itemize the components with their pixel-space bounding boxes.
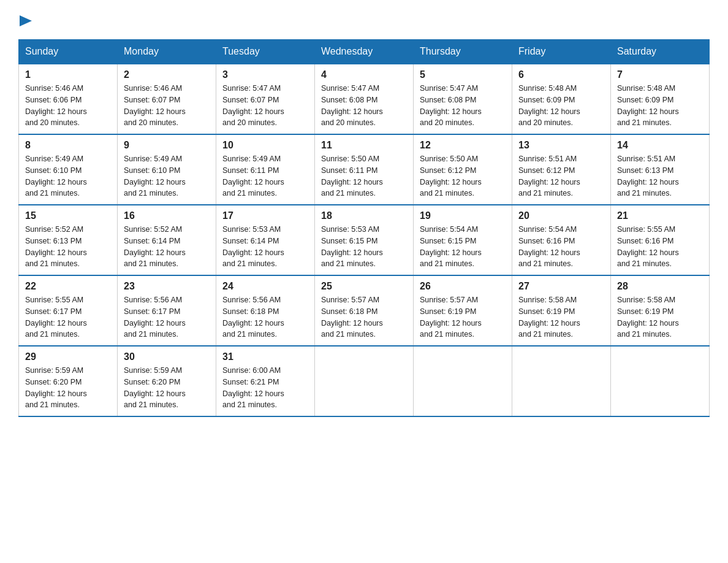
day-number: 31	[222, 351, 308, 362]
calendar-week-row: 8 Sunrise: 5:49 AMSunset: 6:10 PMDayligh…	[19, 134, 710, 205]
day-number: 12	[420, 140, 506, 151]
calendar-week-row: 29 Sunrise: 5:59 AMSunset: 6:20 PMDaylig…	[19, 346, 710, 416]
day-number: 28	[617, 281, 703, 292]
day-number: 6	[518, 69, 604, 80]
column-header-friday: Friday	[512, 40, 611, 64]
day-info: Sunrise: 5:48 AMSunset: 6:09 PMDaylight:…	[617, 84, 679, 127]
day-info: Sunrise: 5:49 AMSunset: 6:10 PMDaylight:…	[124, 155, 186, 197]
day-number: 11	[321, 140, 407, 151]
calendar-cell: 30 Sunrise: 5:59 AMSunset: 6:20 PMDaylig…	[118, 346, 216, 416]
day-number: 21	[617, 210, 703, 221]
day-number: 19	[420, 210, 506, 221]
day-info: Sunrise: 5:54 AMSunset: 6:15 PMDaylight:…	[420, 225, 482, 268]
column-header-thursday: Thursday	[414, 40, 512, 64]
day-info: Sunrise: 5:52 AMSunset: 6:14 PMDaylight:…	[124, 225, 186, 268]
calendar-cell: 17 Sunrise: 5:53 AMSunset: 6:14 PMDaylig…	[216, 205, 315, 275]
day-number: 30	[124, 351, 210, 362]
svg-marker-0	[20, 15, 32, 26]
day-info: Sunrise: 5:47 AMSunset: 6:07 PMDaylight:…	[222, 84, 284, 127]
calendar-week-row: 1 Sunrise: 5:46 AMSunset: 6:06 PMDayligh…	[19, 64, 710, 134]
calendar-week-row: 22 Sunrise: 5:55 AMSunset: 6:17 PMDaylig…	[19, 275, 710, 346]
calendar-cell: 27 Sunrise: 5:58 AMSunset: 6:19 PMDaylig…	[512, 275, 611, 346]
calendar-cell: 20 Sunrise: 5:54 AMSunset: 6:16 PMDaylig…	[512, 205, 611, 275]
day-number: 1	[25, 69, 111, 80]
calendar-cell: 12 Sunrise: 5:50 AMSunset: 6:12 PMDaylig…	[414, 134, 512, 205]
day-info: Sunrise: 5:46 AMSunset: 6:06 PMDaylight:…	[25, 84, 87, 127]
day-number: 15	[25, 210, 111, 221]
day-info: Sunrise: 5:49 AMSunset: 6:10 PMDaylight:…	[25, 155, 87, 197]
calendar-cell: 11 Sunrise: 5:50 AMSunset: 6:11 PMDaylig…	[315, 134, 414, 205]
day-info: Sunrise: 5:50 AMSunset: 6:12 PMDaylight:…	[420, 155, 482, 197]
calendar-cell: 24 Sunrise: 5:56 AMSunset: 6:18 PMDaylig…	[216, 275, 315, 346]
day-number: 5	[420, 69, 506, 80]
day-info: Sunrise: 5:48 AMSunset: 6:09 PMDaylight:…	[518, 84, 580, 127]
column-header-sunday: Sunday	[19, 40, 118, 64]
day-info: Sunrise: 5:47 AMSunset: 6:08 PMDaylight:…	[321, 84, 383, 127]
calendar-cell: 6 Sunrise: 5:48 AMSunset: 6:09 PMDayligh…	[512, 64, 611, 134]
day-info: Sunrise: 5:59 AMSunset: 6:20 PMDaylight:…	[25, 366, 87, 409]
day-info: Sunrise: 5:56 AMSunset: 6:18 PMDaylight:…	[222, 296, 284, 339]
day-number: 22	[25, 281, 111, 292]
day-number: 3	[222, 69, 308, 80]
day-info: Sunrise: 5:52 AMSunset: 6:13 PMDaylight:…	[25, 225, 87, 268]
day-info: Sunrise: 5:58 AMSunset: 6:19 PMDaylight:…	[518, 296, 580, 339]
day-number: 17	[222, 210, 308, 221]
day-info: Sunrise: 5:57 AMSunset: 6:18 PMDaylight:…	[321, 296, 383, 339]
day-info: Sunrise: 5:47 AMSunset: 6:08 PMDaylight:…	[420, 84, 482, 127]
column-header-wednesday: Wednesday	[315, 40, 414, 64]
day-info: Sunrise: 5:50 AMSunset: 6:11 PMDaylight:…	[321, 155, 383, 197]
calendar-week-row: 15 Sunrise: 5:52 AMSunset: 6:13 PMDaylig…	[19, 205, 710, 275]
calendar-cell: 21 Sunrise: 5:55 AMSunset: 6:16 PMDaylig…	[611, 205, 710, 275]
day-info: Sunrise: 5:49 AMSunset: 6:11 PMDaylight:…	[222, 155, 284, 197]
day-info: Sunrise: 5:59 AMSunset: 6:20 PMDaylight:…	[124, 366, 186, 409]
calendar-cell: 22 Sunrise: 5:55 AMSunset: 6:17 PMDaylig…	[19, 275, 118, 346]
logo-arrow-icon	[20, 12, 37, 29]
calendar-cell: 18 Sunrise: 5:53 AMSunset: 6:15 PMDaylig…	[315, 205, 414, 275]
day-info: Sunrise: 5:53 AMSunset: 6:14 PMDaylight:…	[222, 225, 284, 268]
day-number: 13	[518, 140, 604, 151]
day-number: 20	[518, 210, 604, 221]
column-header-monday: Monday	[118, 40, 216, 64]
day-info: Sunrise: 5:55 AMSunset: 6:16 PMDaylight:…	[617, 225, 679, 268]
day-number: 2	[124, 69, 210, 80]
calendar-header-row: SundayMondayTuesdayWednesdayThursdayFrid…	[19, 40, 710, 64]
day-number: 10	[222, 140, 308, 151]
calendar-cell	[315, 346, 414, 416]
calendar-cell: 16 Sunrise: 5:52 AMSunset: 6:14 PMDaylig…	[118, 205, 216, 275]
column-header-saturday: Saturday	[611, 40, 710, 64]
day-number: 8	[25, 140, 111, 151]
calendar-cell: 8 Sunrise: 5:49 AMSunset: 6:10 PMDayligh…	[19, 134, 118, 205]
day-number: 29	[25, 351, 111, 362]
calendar-cell: 25 Sunrise: 5:57 AMSunset: 6:18 PMDaylig…	[315, 275, 414, 346]
day-info: Sunrise: 5:51 AMSunset: 6:13 PMDaylight:…	[617, 155, 679, 197]
day-info: Sunrise: 5:56 AMSunset: 6:17 PMDaylight:…	[124, 296, 186, 339]
calendar-cell: 28 Sunrise: 5:58 AMSunset: 6:19 PMDaylig…	[611, 275, 710, 346]
calendar-table: SundayMondayTuesdayWednesdayThursdayFrid…	[18, 39, 710, 417]
day-info: Sunrise: 5:54 AMSunset: 6:16 PMDaylight:…	[518, 225, 580, 268]
calendar-cell: 9 Sunrise: 5:49 AMSunset: 6:10 PMDayligh…	[118, 134, 216, 205]
calendar-cell: 14 Sunrise: 5:51 AMSunset: 6:13 PMDaylig…	[611, 134, 710, 205]
day-number: 25	[321, 281, 407, 292]
day-number: 24	[222, 281, 308, 292]
day-number: 7	[617, 69, 703, 80]
day-info: Sunrise: 5:58 AMSunset: 6:19 PMDaylight:…	[617, 296, 679, 339]
day-number: 27	[518, 281, 604, 292]
calendar-cell: 5 Sunrise: 5:47 AMSunset: 6:08 PMDayligh…	[414, 64, 512, 134]
day-info: Sunrise: 6:00 AMSunset: 6:21 PMDaylight:…	[222, 366, 284, 409]
calendar-cell: 3 Sunrise: 5:47 AMSunset: 6:07 PMDayligh…	[216, 64, 315, 134]
day-info: Sunrise: 5:46 AMSunset: 6:07 PMDaylight:…	[124, 84, 186, 127]
calendar-cell: 29 Sunrise: 5:59 AMSunset: 6:20 PMDaylig…	[19, 346, 118, 416]
day-number: 26	[420, 281, 506, 292]
calendar-cell: 15 Sunrise: 5:52 AMSunset: 6:13 PMDaylig…	[19, 205, 118, 275]
calendar-cell: 31 Sunrise: 6:00 AMSunset: 6:21 PMDaylig…	[216, 346, 315, 416]
column-header-tuesday: Tuesday	[216, 40, 315, 64]
header	[18, 12, 710, 28]
day-number: 18	[321, 210, 407, 221]
calendar-cell	[512, 346, 611, 416]
logo	[18, 12, 37, 28]
calendar-cell: 19 Sunrise: 5:54 AMSunset: 6:15 PMDaylig…	[414, 205, 512, 275]
day-info: Sunrise: 5:53 AMSunset: 6:15 PMDaylight:…	[321, 225, 383, 268]
calendar-cell: 2 Sunrise: 5:46 AMSunset: 6:07 PMDayligh…	[118, 64, 216, 134]
calendar-cell	[414, 346, 512, 416]
calendar-cell: 13 Sunrise: 5:51 AMSunset: 6:12 PMDaylig…	[512, 134, 611, 205]
